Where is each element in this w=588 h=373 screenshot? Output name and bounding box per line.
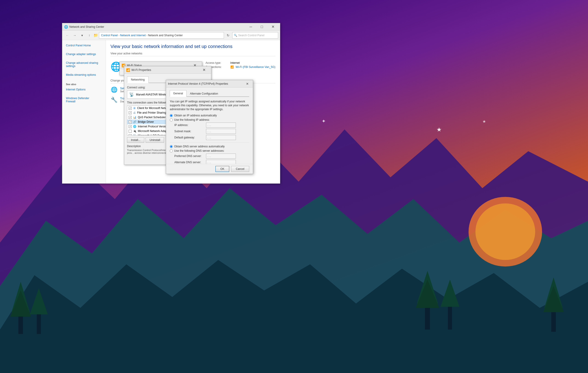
manual-dns-radio[interactable] [170,150,173,152]
ip-address-input[interactable] [206,122,236,128]
desktop: ★ ✦ ★ ✦ ✦ ✦ ★ ✦ 🌐 Network and Sharing Ce… [0,0,588,373]
subnet-mask-input[interactable] [206,129,236,134]
svg-point-12 [475,203,535,260]
checkbox-4[interactable] [129,125,132,128]
troubleshoot-icon: 🔧 [111,97,118,103]
sidebar-link-streaming[interactable]: Media streaming options [62,72,106,77]
auto-dns-label[interactable]: Obtain DNS server address automatically [174,145,225,148]
page-title: View your basic network information and … [110,44,275,49]
main-window-titlebar: 🌐 Network and Sharing Center ─ □ ✕ [62,23,280,30]
ip-address-label: IP address: [174,123,204,127]
manual-ip-row[interactable]: Use the following IP address: [170,118,249,121]
manual-ip-label[interactable]: Use the following IP address: [174,118,210,121]
address-bar: ← → ▾ ↑ 📁 Control Panel › Network and In… [62,30,280,40]
uninstall-button[interactable]: Uninstall [146,137,164,143]
preferred-dns-input[interactable] [206,153,236,159]
path-part3: Network and Sharing Center [148,34,183,37]
dns-fields: Preferred DNS server: Alternate DNS serv… [174,153,249,165]
network-setup-icon: 🌐 [111,87,118,93]
connections-row: Connections: 📶 Wi-Fi (FBI Surveillance V… [206,65,275,69]
search-icon: 🔍 [234,34,237,37]
wifi-props-title: Wi-Fi Properties [131,68,151,72]
tcpip-window: Internet Protocol Version 4 (TCP/IPv4) P… [166,80,253,174]
tcpip-title: Internet Protocol Version 4 (TCP/IPv4) P… [168,82,228,85]
tcpip-close-button[interactable]: ✕ [244,81,251,87]
checkbox-2[interactable] [129,116,132,119]
folder-icon: 📁 [94,33,98,37]
ip-address-row: IP address: [174,122,249,128]
preferred-dns-label: Preferred DNS server: [174,154,204,158]
checkbox-0[interactable] [129,107,132,110]
sidebar-link-home[interactable]: Control Panel Home [62,43,106,48]
item-label-2: QoS Packet Scheduler [138,116,166,119]
back-button[interactable]: ← [64,32,71,39]
divider [170,142,249,142]
install-button[interactable]: Install... [127,137,144,143]
cancel-button[interactable]: Cancel [231,166,249,172]
sidebar-link-internet-options[interactable]: Internet Options [66,87,102,92]
tcpip-titlebar: Internet Protocol Version 4 (TCP/IPv4) P… [166,80,253,87]
manual-dns-row[interactable]: Use the following DNS server addresses: [170,149,249,152]
svg-rect-24 [448,303,452,330]
main-window-title: Network and Sharing Center [69,25,104,29]
default-gateway-label: Default gateway: [174,136,204,139]
checkbox-6[interactable] [129,134,132,136]
wifi-props-titlebar: 📶 Wi-Fi Properties ✕ [124,66,211,74]
item-icon-3: 🔗 [133,120,136,123]
item-icon-6: 📡 [133,134,136,135]
manual-dns-label[interactable]: Use the following DNS server addresses: [174,149,224,152]
checkbox-3[interactable] [129,121,132,123]
path-sep2: › [146,34,147,37]
tab-networking[interactable]: Networking [127,76,149,83]
tcpip-tab-general[interactable]: General [170,90,187,97]
preferred-dns-row: Preferred DNS server: [174,153,249,159]
tcpip-dialog-buttons: OK Cancel [166,164,253,174]
svg-text:★: ★ [482,119,486,123]
sidebar-link-adapter[interactable]: Change adapter settings [62,52,106,57]
subnet-mask-label: Subnet mask: [174,130,204,133]
manual-ip-radio[interactable] [170,119,173,121]
close-button[interactable]: ✕ [268,23,278,30]
connections-link[interactable]: Wi-Fi (FBI Surveillance Van_5G) [236,65,275,69]
auto-ip-radio[interactable] [170,114,173,117]
path-sep1: › [118,34,119,37]
search-box[interactable]: 🔍 Search Control Panel [232,32,278,39]
auto-ip-row[interactable]: Obtain an IP address automatically [170,114,249,117]
tcpip-body: General Alternate Configuration You can … [166,87,253,176]
item-icon-0: 🖥 [133,107,136,110]
adapter-icon: 📡 [129,92,134,97]
tcpip-tab-alternate[interactable]: Alternate Configuration [187,90,222,97]
ok-button[interactable]: OK [215,166,229,172]
refresh-button[interactable]: ↻ [225,32,231,39]
item-icon-1: 🖨 [133,111,136,114]
network-details: Access type: Internet Connections: 📶 Wi-… [206,61,275,70]
search-placeholder: Search Control Panel [238,34,264,37]
up-button[interactable]: ↑ [86,32,93,39]
wifi-props-close-button[interactable]: ✕ [199,66,209,74]
see-also-title: See also [66,83,102,86]
path-part1: Control Panel [101,34,118,37]
sidebar-link-advanced[interactable]: Change advanced sharing settings [62,60,106,69]
alternate-dns-label: Alternate DNS server: [174,161,204,164]
svg-text:★: ★ [436,126,442,132]
auto-dns-radio[interactable] [170,145,173,148]
checkbox-1[interactable] [129,111,132,114]
minimize-button[interactable]: ─ [246,23,256,30]
address-path-bar[interactable]: Control Panel › Network and Internet › N… [99,32,224,39]
auto-ip-label[interactable]: Obtain an IP address automatically [174,114,217,117]
item-label-3: Bridge Driver [138,120,154,123]
access-type-label: Access type: [206,61,229,64]
titlebar-controls: ─ □ ✕ [246,23,278,30]
auto-dns-row[interactable]: Obtain DNS server address automatically [170,145,249,148]
wifi-props-icon: 📶 [126,68,130,72]
forward-button[interactable]: → [72,32,78,39]
titlebar-left: 🌐 Network and Sharing Center [64,25,104,29]
recent-locations-button[interactable]: ▾ [79,32,85,39]
checkbox-5[interactable] [129,130,132,133]
default-gateway-input[interactable] [206,135,236,140]
subnet-mask-row: Subnet mask: [174,129,249,134]
tcpip-info-text: You can get IP settings assigned automat… [170,100,249,111]
sidebar-link-firewall[interactable]: Windows Defender Firewall [66,96,102,104]
item-icon-4: 🌐 [133,125,136,128]
maximize-button[interactable]: □ [257,23,267,30]
